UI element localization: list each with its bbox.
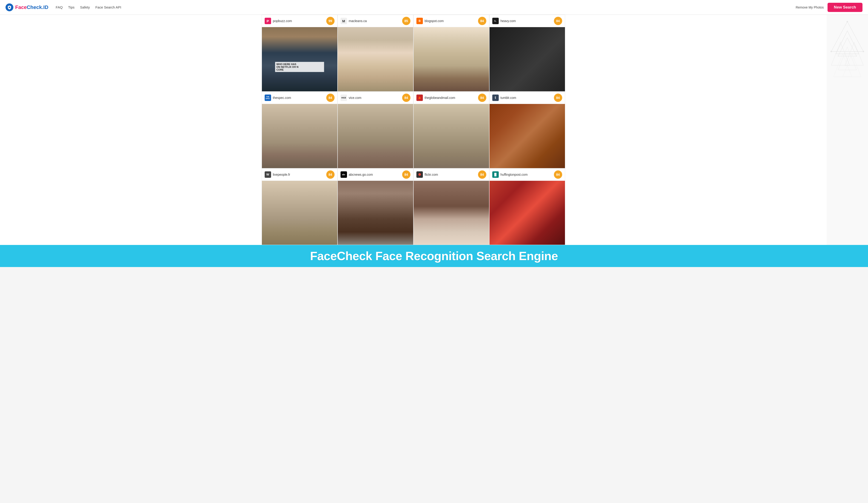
site-favicon-macleans: M [341,18,347,24]
card-header: B blogspot.com 84 [414,15,489,27]
logo-id-text: .ID [42,4,48,10]
score-badge: 84 [554,17,562,25]
card-image [414,27,489,91]
logo-face-text: Face [15,4,27,10]
face-photo [338,181,413,245]
score-badge: 84 [554,94,562,102]
site-info: M macleans.ca [341,18,367,24]
logo-text: FaceCheck.ID [15,4,48,10]
site-name: abcnews.go.com [349,173,373,176]
site-name: tumblr.com [500,96,516,100]
site-name: theglobeandmail.com [425,96,455,100]
result-card-vice[interactable]: VICE vice.com 84 [338,92,413,168]
logo-check-text: Check [27,4,42,10]
nav-links: FAQ Tips Safety Face Search API [56,5,121,9]
nav-api[interactable]: Face Search API [95,5,121,9]
face-photo [489,27,565,91]
new-search-button[interactable]: New Search [828,3,862,12]
card-header: THESPEC thespec.com 84 [262,92,337,104]
nav-tips[interactable]: Tips [68,5,74,9]
site-info: 🔴 flickr.com [416,171,438,178]
face-photo [489,181,565,245]
card-image [338,104,413,168]
card-header: h. heavy.com 84 [489,15,565,27]
result-card-blogspot[interactable]: B blogspot.com 84 [413,15,489,92]
logo[interactable]: FaceCheck.ID [6,3,48,11]
header: FaceCheck.ID FAQ Tips Safety Face Search… [0,0,868,15]
results-grid: P popbuzz.com 99 WHO HERE HAS ON NETFLIX… [262,15,565,245]
main-nav: FAQ Tips Safety Face Search API [56,5,121,9]
face-photo [338,27,413,91]
result-card-globe[interactable]: 🍁 theglobeandmail.com 84 [413,92,489,168]
page-wrapper: P popbuzz.com 99 WHO HERE HAS ON NETFLIX… [0,15,868,267]
card-header: 🍁 theglobeandmail.com 84 [414,92,489,104]
site-info: W livepeople.fr [265,171,290,178]
card-image [414,104,489,168]
card-image [489,104,565,168]
result-card-popbuzz[interactable]: P popbuzz.com 99 WHO HERE HAS ON NETFLIX… [262,15,338,92]
result-card-thespec[interactable]: THESPEC thespec.com 84 [262,92,338,168]
site-info: P popbuzz.com [265,18,292,24]
result-card-abcnews[interactable]: abc abcnews.go.com 84 [338,168,413,245]
site-favicon-abcnews: abc [341,171,347,178]
site-info: B blogspot.com [416,18,444,24]
score-badge: 84 [326,94,334,102]
score-badge: 84 [402,94,411,102]
overlay-line3: CORE [276,68,323,71]
banner-title: FaceCheck Face Recognition Search Engine [6,249,862,263]
svg-point-15 [858,53,859,54]
card-header: VICE vice.com 84 [338,92,413,104]
triangle-decoration [829,19,866,88]
card-header: W livepeople.fr 84 [262,168,337,181]
site-favicon-heavy: h. [492,18,499,24]
overlay-line1: WHO HERE HAS [276,63,323,65]
site-name: heavy.com [500,19,516,23]
svg-point-12 [830,51,832,52]
card-image [338,27,413,91]
site-favicon-tumblr: t [492,94,499,101]
score-badge: 85 [402,17,411,25]
site-favicon-huffpost: ▐▌ [492,171,499,178]
svg-point-0 [9,7,10,8]
header-right: Remove My Photos New Search [796,3,862,12]
card-overlay-text: WHO HERE HAS ON NETFLIX OH N CORE [275,62,324,72]
svg-point-14 [835,53,836,54]
site-name: popbuzz.com [273,19,292,23]
site-name: huffingtonpost.com [500,173,528,176]
card-image [262,181,337,245]
svg-point-13 [863,51,864,52]
site-name: thespec.com [273,96,291,100]
site-info: THESPEC thespec.com [265,94,291,101]
result-card-huffpost[interactable]: ▐▌ huffingtonpost.com 84 [489,168,565,245]
site-favicon-livepeople: W [265,171,271,178]
nav-safety[interactable]: Safety [80,5,90,9]
card-image [489,181,565,245]
nav-faq[interactable]: FAQ [56,5,63,9]
site-favicon-flickr: 🔴 [416,171,423,178]
remove-photos-link[interactable]: Remove My Photos [796,6,824,9]
result-card-livepeople[interactable]: W livepeople.fr 84 [262,168,338,245]
card-header: 🔴 flickr.com 84 [414,168,489,181]
site-favicon-blogspot: B [416,18,423,24]
result-card-macleans[interactable]: M macleans.ca 85 [338,15,413,92]
site-info: abc abcnews.go.com [341,171,373,178]
card-image [489,27,565,91]
score-badge: 84 [478,94,486,102]
score-badge: 84 [478,17,486,25]
score-badge: 84 [478,171,486,179]
site-info: 🍁 theglobeandmail.com [416,94,455,101]
score-badge: 84 [326,171,334,179]
site-name: livepeople.fr [273,173,290,176]
result-card-heavy[interactable]: h. heavy.com 84 [489,15,565,92]
card-image: WHO HERE HAS ON NETFLIX OH N CORE [262,27,337,91]
face-photo [262,104,337,168]
site-info: h. heavy.com [492,18,516,24]
face-photo [338,104,413,168]
site-name: vice.com [349,96,361,100]
card-header: M macleans.ca 85 [338,15,413,27]
score-badge: 84 [402,171,411,179]
site-name: macleans.ca [349,19,367,23]
result-card-flickr[interactable]: 🔴 flickr.com 84 [413,168,489,245]
face-photo [414,104,489,168]
result-card-tumblr[interactable]: t tumblr.com 84 [489,92,565,168]
